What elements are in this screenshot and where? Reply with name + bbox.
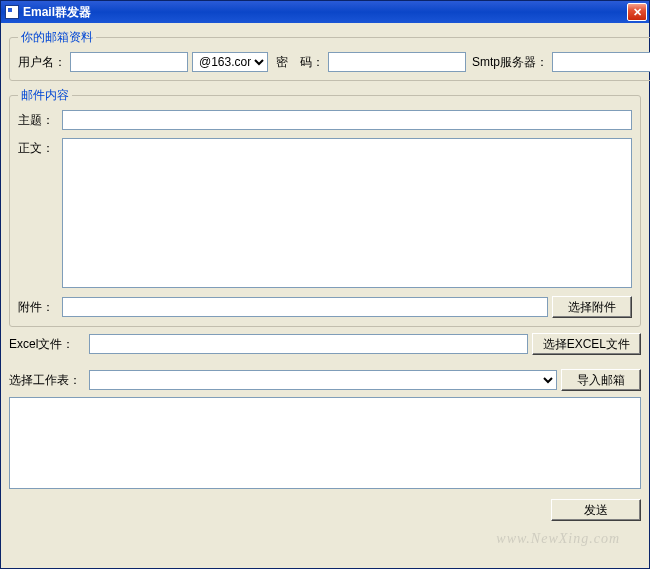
excel-file-row: Excel文件： 选择EXCEL文件 [9, 333, 641, 355]
body-row: 正文： [18, 138, 632, 288]
attachment-row: 附件： 选择附件 [18, 296, 632, 318]
sheet-select[interactable] [89, 370, 557, 390]
account-row: 用户名： @163.com 密 码： Smtp服务器： [18, 52, 650, 72]
body-label: 正文： [18, 138, 58, 157]
password-label: 密 码： [276, 54, 324, 71]
bottom-bar: 发送 [9, 495, 641, 521]
password-input[interactable] [328, 52, 466, 72]
attachment-label: 附件： [18, 299, 58, 316]
client-area: 你的邮箱资料 用户名： @163.com 密 码： Smtp服务器： 邮件内容 … [1, 23, 649, 568]
excel-file-input[interactable] [89, 334, 528, 354]
close-button[interactable]: ✕ [627, 3, 647, 21]
smtp-input[interactable] [552, 52, 650, 72]
subject-label: 主题： [18, 112, 58, 129]
close-icon: ✕ [633, 6, 642, 19]
subject-row: 主题： [18, 110, 632, 130]
mail-group: 邮件内容 主题： 正文： 附件： 选择附件 [9, 87, 641, 327]
smtp-label: Smtp服务器： [472, 54, 548, 71]
sheet-row: 选择工作表： 导入邮箱 [9, 369, 641, 391]
app-icon [5, 5, 19, 19]
email-listbox[interactable] [9, 397, 641, 489]
attachment-input[interactable] [62, 297, 548, 317]
domain-select[interactable]: @163.com [192, 52, 268, 72]
username-input[interactable] [70, 52, 188, 72]
subject-input[interactable] [62, 110, 632, 130]
send-button[interactable]: 发送 [551, 499, 641, 521]
excel-file-label: Excel文件： [9, 336, 85, 353]
titlebar: Email群发器 ✕ [1, 1, 649, 23]
app-window: Email群发器 ✕ 你的邮箱资料 用户名： @163.com 密 码： Smt… [0, 0, 650, 569]
choose-attachment-button[interactable]: 选择附件 [552, 296, 632, 318]
choose-excel-button[interactable]: 选择EXCEL文件 [532, 333, 641, 355]
mail-legend: 邮件内容 [18, 87, 72, 104]
account-legend: 你的邮箱资料 [18, 29, 96, 46]
username-label: 用户名： [18, 54, 66, 71]
sheet-label: 选择工作表： [9, 372, 85, 389]
import-mail-button[interactable]: 导入邮箱 [561, 369, 641, 391]
body-textarea[interactable] [62, 138, 632, 288]
account-group: 你的邮箱资料 用户名： @163.com 密 码： Smtp服务器： [9, 29, 650, 81]
window-title: Email群发器 [23, 4, 627, 21]
